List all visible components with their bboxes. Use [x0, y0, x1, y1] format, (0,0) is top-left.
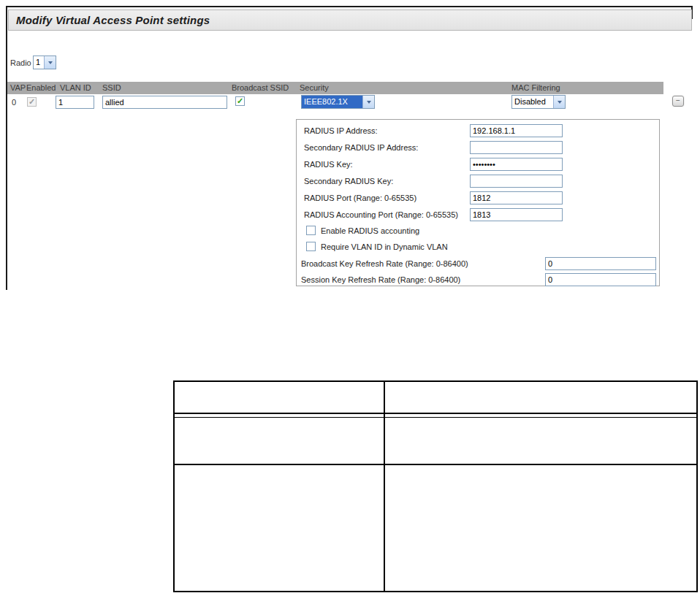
security-select-value: IEEE802.1X [302, 96, 362, 108]
secondary-radius-key-label: Secondary RADIUS Key: [304, 175, 393, 188]
header-ssid: SSID [102, 83, 121, 92]
security-select[interactable]: IEEE802.1X [301, 95, 375, 109]
table-cell [175, 465, 384, 591]
mac-filtering-select-value: Disabled [512, 96, 553, 108]
require-vlan-id-checkbox[interactable] [306, 242, 316, 251]
header-security: Security [300, 83, 329, 92]
header-mac-filtering: MAC Filtering [511, 83, 560, 92]
table-cell [385, 418, 696, 464]
radius-accounting-port-input[interactable] [470, 208, 563, 221]
frame-border-left [6, 6, 7, 290]
radius-key-label: RADIUS Key: [304, 158, 353, 171]
minus-icon: − [676, 96, 680, 104]
ssid-input[interactable] [102, 96, 227, 109]
header-vlan-id: VLAN ID [60, 83, 91, 92]
radius-port-input[interactable] [470, 191, 563, 204]
radius-ip-label: RADIUS IP Address: [304, 124, 378, 137]
check-icon: ✓ [237, 96, 243, 105]
chevron-down-icon[interactable] [553, 96, 565, 108]
header-broadcast-ssid: Broadcast SSID [232, 83, 289, 92]
radius-settings-panel: RADIUS IP Address: Secondary RADIUS IP A… [296, 119, 660, 286]
radius-ip-input[interactable] [470, 124, 563, 137]
vap-table-header: VAP Enabled VLAN ID SSID Broadcast SSID … [7, 82, 663, 94]
header-vap: VAP [10, 83, 26, 92]
broadcast-key-refresh-input[interactable] [545, 257, 656, 270]
remove-vap-button[interactable]: − [672, 96, 684, 107]
table-cell [385, 465, 696, 591]
vlan-id-input[interactable] [56, 96, 94, 109]
enable-radius-accounting-label: Enable RADIUS accounting [321, 226, 419, 236]
chevron-down-icon[interactable] [362, 96, 374, 108]
session-key-refresh-label: Session Key Refresh Rate (Range: 0-86400… [301, 273, 460, 286]
table-cell [385, 382, 696, 413]
chevron-down-icon[interactable] [44, 56, 56, 69]
session-key-refresh-input[interactable] [545, 273, 656, 286]
vap-index: 0 [12, 98, 16, 107]
broadcast-ssid-checkbox[interactable]: ✓ [235, 96, 245, 106]
header-enabled: Enabled [26, 83, 56, 92]
check-icon: ✓ [28, 97, 35, 106]
enabled-checkbox: ✓ [27, 97, 37, 107]
radius-port-label: RADIUS Port (Range: 0-65535) [304, 191, 416, 204]
page-title: Modify Virtual Access Point settings [16, 14, 210, 26]
enable-radius-accounting-checkbox[interactable] [306, 226, 316, 235]
secondary-radius-ip-input[interactable] [470, 141, 563, 154]
radio-select[interactable]: 1 [33, 56, 56, 69]
mac-filtering-select[interactable]: Disabled [511, 95, 566, 109]
table-cell [175, 382, 384, 413]
radio-select-value: 1 [34, 56, 44, 69]
secondary-radius-ip-label: Secondary RADIUS IP Address: [304, 141, 418, 154]
document-table [173, 380, 698, 592]
broadcast-key-refresh-label: Broadcast Key Refresh Rate (Range: 0-864… [301, 257, 468, 270]
radius-key-input[interactable] [470, 158, 563, 171]
radio-label: Radio [10, 58, 31, 67]
table-header-rule [175, 413, 696, 414]
require-vlan-id-label: Require VLAN ID in Dynamic VLAN [321, 242, 448, 252]
secondary-radius-key-input[interactable] [470, 175, 563, 188]
page-title-bar: Modify Virtual Access Point settings [8, 9, 692, 31]
table-cell [175, 418, 384, 464]
frame-border-top [6, 6, 693, 7]
page: Modify Virtual Access Point settings Rad… [0, 0, 700, 593]
radius-accounting-port-label: RADIUS Accounting Port (Range: 0-65535) [304, 208, 458, 221]
